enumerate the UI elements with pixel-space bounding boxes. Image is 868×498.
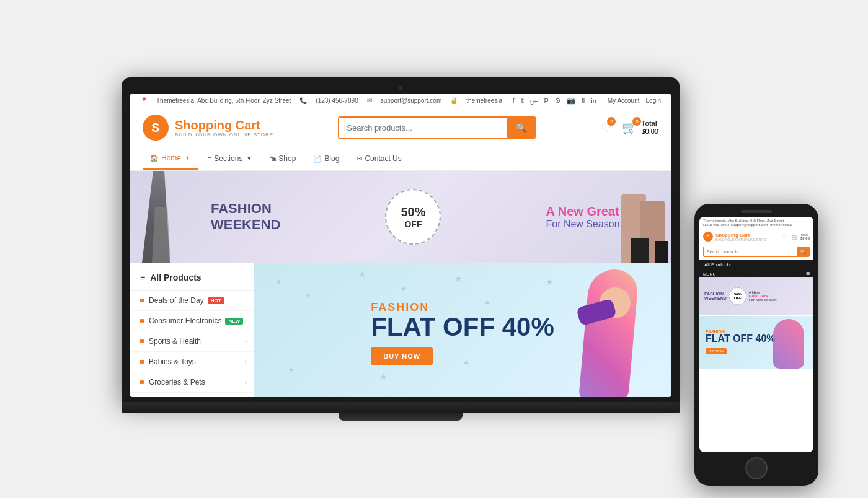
- logo-icon[interactable]: S: [143, 115, 169, 141]
- phone-device: Themefreesia, Abc Building, 5th Floor, Z…: [694, 204, 818, 486]
- phone-logo-title: Shopping Cart: [715, 232, 767, 238]
- dribbble-icon[interactable]: ⊙: [555, 97, 560, 105]
- promo-buy-now-button[interactable]: BUY NOW: [371, 347, 433, 365]
- laptop-screen: 📍 Themefreesia, Abc Building, 5th Floor,…: [130, 94, 671, 397]
- hero-title: FASHION WEEKEND: [211, 201, 280, 234]
- phone-wishlist-icon[interactable]: ♡: [782, 234, 787, 240]
- linkedin-icon[interactable]: in: [591, 97, 596, 105]
- nav-label-shop: Shop: [278, 154, 296, 163]
- site-header: S Shopping Cart BUILD YOUR OWN ONLINE ST…: [130, 108, 671, 147]
- sidebar-item-deals[interactable]: Deals of the Day HOT: [130, 290, 254, 311]
- topbar-right: f 𝕥 g+ P ⊙ 📷 fl in My Account Login: [513, 97, 661, 105]
- sidebar-label-groceries: Groceries & Pets: [149, 378, 205, 387]
- sections-icon: ≡: [208, 155, 211, 162]
- home-icon: 🏠: [150, 154, 159, 162]
- my-account-link[interactable]: My Account: [608, 97, 640, 104]
- sidebar-badge-hot: HOT: [208, 297, 224, 304]
- topbar-email: support@support.com: [381, 97, 442, 104]
- topbar-left: 📍 Themefreesia, Abc Building, 5th Floor,…: [140, 97, 502, 104]
- promo-content: FASHION FLAT OFF 40% BUY NOW: [346, 289, 579, 377]
- site-nav: 🏠 Home ▼ ≡ Sections ▼ 🛍 Shop 📄: [130, 147, 671, 171]
- nav-item-shop[interactable]: 🛍 Shop: [262, 148, 303, 169]
- logo-text: Shopping Cart BUILD YOUR OWN ONLINE STOR…: [175, 118, 273, 138]
- promo-area: ✦ ✦ ★ ✦ ★ ✦ ★ ✦ ★ ✦ FASHION FLAT OFF 40%: [254, 263, 671, 397]
- sidebar: ≡ All Products Deals of the Day HOT Cons…: [130, 263, 254, 397]
- search-input[interactable]: [339, 118, 507, 138]
- phone-logo-letter: S: [706, 234, 709, 240]
- phone-search-input[interactable]: [704, 247, 797, 256]
- nav-dropdown-sections: ▼: [246, 155, 252, 162]
- hero-banner: FASHION WEEKEND 50% OFF A New Great Look: [130, 171, 671, 263]
- sidebar-item-sports[interactable]: Sports & Health ›: [130, 331, 254, 352]
- email-icon: ✉: [367, 97, 372, 104]
- sidebar-label-deals: Deals of the Day: [149, 296, 204, 305]
- nav-item-sections[interactable]: ≡ Sections ▼: [200, 148, 259, 169]
- hero-line1: FASHION: [211, 201, 280, 217]
- phone-hero-text: FASHION WEEKEND: [704, 292, 727, 300]
- phone-cart-value: $0.00: [800, 237, 810, 240]
- search-button[interactable]: 🔍: [507, 118, 535, 138]
- phone-promo-btn[interactable]: BUY NOW: [706, 348, 727, 354]
- phone-menu-bar[interactable]: MENU ☰: [699, 270, 813, 277]
- logo-area: S Shopping Cart BUILD YOUR OWN ONLINE ST…: [143, 115, 273, 141]
- sidebar-title: ≡ All Products: [130, 273, 254, 290]
- cart-total-label: Total: [641, 120, 658, 128]
- nav-item-home[interactable]: 🏠 Home ▼: [143, 147, 198, 170]
- logo-subtitle: BUILD YOUR OWN ONLINE STORE: [175, 132, 273, 138]
- pinterest-icon[interactable]: P: [544, 97, 548, 105]
- sidebar-title-text: All Products: [150, 273, 201, 282]
- phone-logo-subtitle: BUILD YOUR OWN ONLINE STORE: [715, 238, 767, 242]
- phone-promo-figure: [776, 316, 807, 369]
- nav-item-contact[interactable]: ✉ Contact Us: [349, 148, 409, 169]
- topbar-address: Themefreesia, Abc Building, 5th Floor, Z…: [156, 97, 291, 104]
- nav-dropdown-home: ▼: [185, 155, 190, 161]
- address-icon: 📍: [140, 97, 148, 104]
- cart-icon-wrap: 🛒 0: [622, 120, 637, 135]
- phone-header-right: ♡ 🛒 Total $0.00: [782, 233, 810, 240]
- login-link[interactable]: Login: [646, 97, 661, 104]
- phone-cart-area[interactable]: 🛒 Total $0.00: [791, 233, 810, 240]
- hero-discount-badge: 50% OFF: [385, 189, 441, 245]
- sidebar-item-babies[interactable]: Babies & Toys ›: [130, 352, 254, 372]
- wishlist-badge: 0: [607, 117, 616, 126]
- sidebar-item-groceries[interactable]: Groceries & Pets ›: [130, 372, 254, 393]
- phone-hero-badge: 50% OFF: [729, 287, 746, 305]
- hero-discount-label: OFF: [404, 219, 422, 229]
- nav-item-blog[interactable]: 📄 Blog: [306, 148, 347, 169]
- phone-hero-banner: FASHION WEEKEND 50% OFF A New Great Look…: [699, 277, 813, 315]
- googleplus-icon[interactable]: g+: [530, 97, 538, 105]
- twitter-icon[interactable]: 𝕥: [521, 97, 524, 105]
- flickr-icon[interactable]: fl: [582, 97, 585, 105]
- phone-contact-bar: Themefreesia, Abc Building, 5th Floor, Z…: [699, 217, 813, 229]
- hero-line2: WEEKEND: [211, 217, 280, 233]
- laptop-device: 📍 Themefreesia, Abc Building, 5th Floor,…: [122, 77, 680, 421]
- hero-left-deco: [130, 171, 186, 263]
- topbar-website: themefreesia: [466, 97, 502, 104]
- star-deco-8: ✦: [288, 365, 295, 375]
- laptop-stand: [339, 413, 463, 421]
- hero-discount-pct: 50%: [401, 205, 425, 219]
- main-content: ≡ All Products Deals of the Day HOT Cons…: [130, 263, 671, 397]
- phone-promo-title: FLAT OFF 40%: [706, 334, 776, 344]
- instagram-icon[interactable]: 📷: [567, 97, 575, 105]
- phone-menu-label-text: MENU: [703, 272, 716, 276]
- shop-icon: 🛍: [269, 155, 276, 162]
- phone-hero-right: A New Great Look For New Season: [749, 290, 777, 302]
- phone-promo-banner: FASHION FLAT OFF 40% BUY NOW: [699, 316, 813, 369]
- phone-menu-hamburger: ☰: [806, 271, 810, 276]
- wishlist-area: ♡ 0: [601, 120, 612, 135]
- phone-screen: Themefreesia, Abc Building, 5th Floor, Z…: [699, 217, 813, 452]
- phone-home-button[interactable]: [745, 457, 768, 479]
- cart-area[interactable]: 🛒 0 Total $0.00: [622, 120, 658, 136]
- cart-total: Total $0.00: [641, 120, 658, 136]
- cart-total-value: $0.00: [641, 128, 658, 135]
- sidebar-item-electronics[interactable]: Consumer Electronics NEW ›: [130, 311, 254, 331]
- scene: 📍 Themefreesia, Abc Building, 5th Floor,…: [0, 0, 868, 498]
- phone-icon: 📞: [299, 97, 307, 104]
- facebook-icon[interactable]: f: [513, 97, 515, 105]
- star-deco-5: ★: [454, 274, 463, 284]
- phone-search-button[interactable]: 🔍: [797, 247, 809, 256]
- cart-badge: 0: [632, 117, 641, 126]
- sidebar-label-sports: Sports & Health: [149, 337, 201, 346]
- contact-icon: ✉: [356, 155, 362, 163]
